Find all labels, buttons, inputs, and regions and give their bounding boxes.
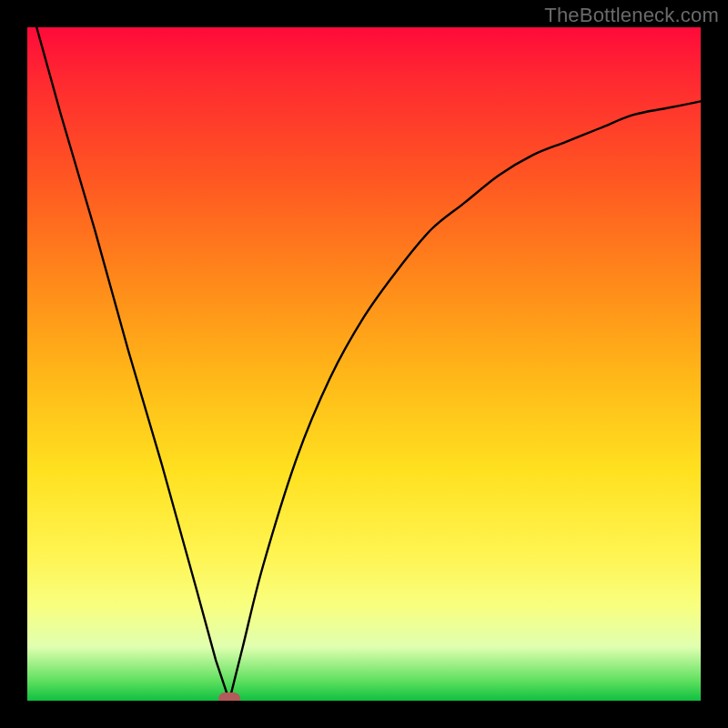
chart-frame: TheBottleneck.com [0,0,728,728]
curve-layer [27,27,701,701]
bottleneck-curve [27,27,701,701]
plot-area [27,27,701,701]
watermark-label: TheBottleneck.com [544,4,719,27]
optimum-marker [218,693,240,701]
